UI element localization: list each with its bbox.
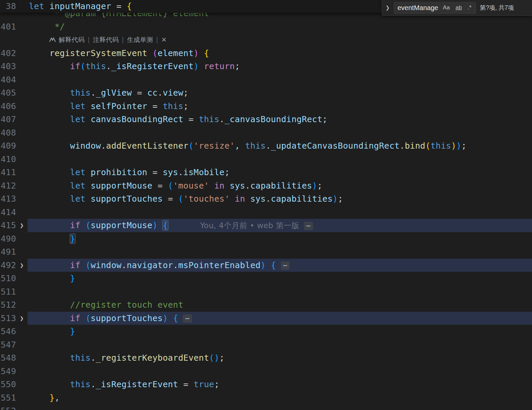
folded-code-badge[interactable]: ⋯ — [304, 222, 313, 230]
line-number[interactable]: 415 — [0, 219, 16, 232]
fold-chevron-icon[interactable]: ❯ — [16, 312, 28, 325]
line-number[interactable]: 401 — [0, 20, 16, 34]
line-number[interactable]: 410 — [0, 153, 16, 166]
line-number[interactable]: 405 — [0, 86, 16, 100]
line-number[interactable] — [0, 33, 16, 47]
gutter[interactable]: 551 — [0, 391, 28, 405]
codelens-close-icon[interactable]: ✕ — [161, 33, 167, 47]
line-content[interactable]: let supportMouse = ('mouse' in sys.capab… — [28, 179, 532, 193]
line-number[interactable]: 406 — [0, 100, 16, 113]
toggle-replace-chevron-icon[interactable]: ❯ — [385, 5, 390, 11]
line-number[interactable]: 490 — [0, 232, 16, 246]
find-input[interactable]: eventManage Aa ab .* — [394, 2, 476, 14]
line-content[interactable] — [28, 404, 532, 410]
gutter[interactable]: 547 — [0, 338, 28, 352]
codelens-action[interactable]: 注释代码 — [93, 33, 119, 47]
line-content[interactable]: //register touch event — [28, 298, 532, 312]
gutter[interactable]: 401 — [0, 20, 28, 34]
line-content[interactable] — [28, 245, 532, 259]
gutter[interactable]: 548 — [0, 351, 28, 365]
line-number[interactable]: 551 — [0, 391, 16, 405]
gutter[interactable]: 511 — [0, 285, 28, 299]
gutter[interactable]: 408 — [0, 126, 28, 140]
gutter[interactable]: 413 — [0, 192, 28, 206]
gutter[interactable]: 490 — [0, 232, 28, 246]
gutter[interactable] — [0, 33, 28, 47]
line-content[interactable]: 解释代码|注释代码|生成单测|✕ — [28, 33, 532, 47]
line-number[interactable]: 413 — [0, 192, 16, 206]
line-number[interactable]: 550 — [0, 378, 16, 391]
line-number[interactable]: 407 — [0, 113, 16, 126]
line-number[interactable]: 491 — [0, 245, 16, 259]
line-content[interactable] — [28, 206, 532, 219]
line-number[interactable]: 411 — [0, 166, 16, 179]
gutter[interactable]: 404 — [0, 73, 28, 87]
line-number[interactable]: 414 — [0, 206, 16, 219]
gutter[interactable]: 513❯ — [0, 312, 28, 325]
line-content[interactable]: let selfPointer = this; — [28, 100, 532, 113]
gutter[interactable]: 546 — [0, 325, 28, 338]
regex-button[interactable]: .* — [467, 4, 472, 11]
line-content[interactable]: let canvasBoundingRect = this._canvasBou… — [28, 113, 532, 126]
gutter[interactable]: 550 — [0, 378, 28, 391]
line-content[interactable]: } — [28, 325, 532, 338]
line-content[interactable] — [28, 73, 532, 87]
line-number[interactable]: 403 — [0, 60, 16, 73]
gutter[interactable]: 405 — [0, 86, 28, 100]
line-number[interactable]: 412 — [0, 179, 16, 193]
gutter[interactable]: 410 — [0, 153, 28, 166]
line-content[interactable]: window.addEventListener('resize', this._… — [28, 139, 532, 153]
line-number[interactable]: 512 — [0, 298, 16, 312]
whole-word-button[interactable]: ab — [455, 4, 463, 11]
line-number[interactable]: 513 — [0, 312, 16, 325]
codelens-action[interactable]: 生成单测 — [127, 33, 153, 47]
codelens-action[interactable]: 解释代码 — [59, 33, 85, 47]
gutter[interactable]: 409 — [0, 139, 28, 153]
line-number[interactable]: 547 — [0, 338, 16, 352]
gutter[interactable]: 512 — [0, 298, 28, 312]
line-content[interactable] — [28, 285, 532, 299]
line-number[interactable]: 492 — [0, 259, 16, 272]
folded-code-badge[interactable]: ⋯ — [183, 314, 192, 323]
line-content[interactable]: if (supportTouches) {⋯ — [28, 312, 532, 325]
fold-chevron-icon[interactable]: ❯ — [16, 219, 28, 232]
line-content[interactable] — [28, 338, 532, 352]
line-number[interactable]: 404 — [0, 73, 16, 87]
line-content[interactable] — [28, 153, 532, 166]
line-content[interactable]: } — [28, 272, 532, 285]
line-content[interactable]: } — [28, 232, 532, 246]
line-content[interactable]: let prohibition = sys.isMobile; — [28, 166, 532, 179]
gutter[interactable]: 407 — [0, 113, 28, 126]
gutter[interactable]: 415❯ — [0, 219, 28, 232]
line-content[interactable]: */ — [28, 20, 532, 34]
line-number[interactable]: 511 — [0, 285, 16, 299]
line-content[interactable] — [28, 365, 532, 378]
line-content[interactable]: if (supportMouse) {You, 4个月前 • web 第一版⋯ — [28, 219, 532, 232]
line-content[interactable]: this._glView = cc.view; — [28, 86, 532, 100]
match-case-button[interactable]: Aa — [442, 4, 451, 11]
line-number[interactable]: 552 — [0, 404, 16, 410]
folded-code-badge[interactable]: ⋯ — [281, 261, 289, 270]
gutter[interactable]: 402 — [0, 47, 28, 60]
gutter[interactable]: 414 — [0, 206, 28, 219]
line-content[interactable]: this._isRegisterEvent = true; — [28, 378, 532, 391]
line-number[interactable]: 546 — [0, 325, 16, 338]
line-number[interactable]: 510 — [0, 272, 16, 285]
line-number[interactable]: 409 — [0, 139, 16, 153]
gutter[interactable]: 406 — [0, 100, 28, 113]
line-content[interactable]: this._registerKeyboardEvent(); — [28, 351, 532, 365]
fold-chevron-icon[interactable]: ❯ — [16, 259, 28, 272]
line-content[interactable]: if (window.navigator.msPointerEnabled) {… — [28, 259, 532, 272]
gutter[interactable]: 492❯ — [0, 259, 28, 272]
line-content[interactable]: }, — [28, 391, 532, 405]
line-number[interactable]: 549 — [0, 365, 16, 378]
gutter[interactable]: 549 — [0, 365, 28, 378]
line-content[interactable]: if(this._isRegisterEvent) return; — [28, 60, 532, 73]
gutter[interactable]: 412 — [0, 179, 28, 193]
gutter[interactable]: 552 — [0, 404, 28, 410]
line-content[interactable]: registerSystemEvent (element) { — [28, 47, 532, 60]
line-content[interactable]: let supportTouches = ('touches' in sys.c… — [28, 192, 532, 206]
line-number[interactable]: 408 — [0, 126, 16, 140]
find-query-text[interactable]: eventManage — [397, 4, 438, 12]
gutter[interactable]: 491 — [0, 245, 28, 259]
